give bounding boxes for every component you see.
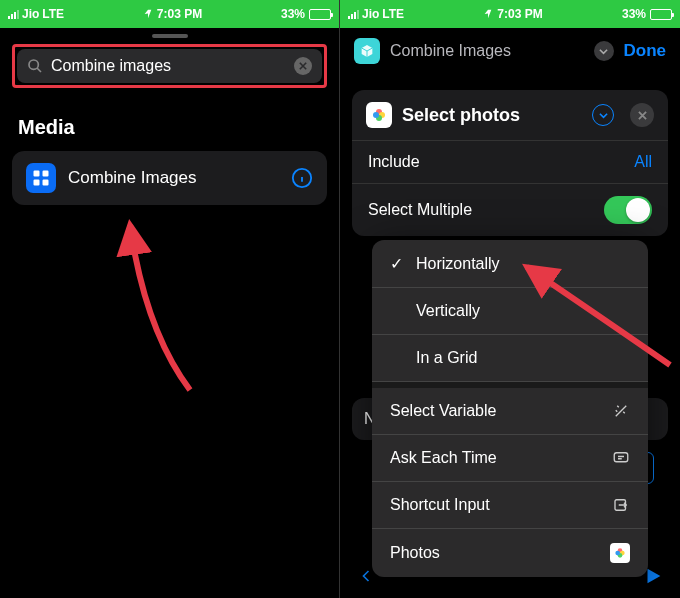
location-icon <box>143 9 153 19</box>
signal-icon <box>348 10 359 19</box>
status-bar: Jio LTE 7:03 PM 33% <box>0 0 339 28</box>
card-expand[interactable] <box>592 104 614 126</box>
menu-select-variable[interactable]: Select Variable <box>372 388 648 435</box>
svg-rect-1 <box>34 171 40 177</box>
search-bar[interactable] <box>17 49 322 83</box>
carrier-label: Jio <box>362 7 379 21</box>
svg-rect-3 <box>34 180 40 186</box>
annotation-arrow <box>90 210 210 400</box>
editor-header: Combine Images Done <box>340 28 680 74</box>
select-photos-card: Select photos Include All Select Multipl… <box>352 90 668 236</box>
input-icon <box>612 496 630 514</box>
shortcut-icon[interactable] <box>354 38 380 64</box>
svg-rect-4 <box>43 180 49 186</box>
menu-ask-each-time[interactable]: Ask Each Time <box>372 435 648 482</box>
info-icon[interactable] <box>291 167 313 189</box>
menu-photos[interactable]: Photos <box>372 529 648 577</box>
done-button[interactable]: Done <box>624 41 667 61</box>
drag-handle[interactable] <box>152 34 188 38</box>
combine-images-action[interactable]: Combine Images <box>12 151 327 205</box>
include-row[interactable]: Include All <box>352 140 668 183</box>
svg-point-16 <box>615 551 620 556</box>
left-screen: Jio LTE 7:03 PM 33% Media Combine Images <box>0 0 340 598</box>
time-label: 7:03 PM <box>157 7 202 21</box>
battery-pct: 33% <box>622 7 646 21</box>
time-label: 7:03 PM <box>497 7 542 21</box>
menu-vertically[interactable]: Vertically <box>372 288 648 335</box>
section-title: Media <box>18 116 321 139</box>
message-icon <box>612 449 630 467</box>
search-icon <box>27 58 43 74</box>
right-screen: Jio LTE 7:03 PM 33% Combine Images Done … <box>340 0 680 598</box>
location-icon <box>483 9 493 19</box>
battery-icon <box>650 9 672 20</box>
close-icon <box>638 111 647 120</box>
network-label: LTE <box>42 7 64 21</box>
battery-icon <box>309 9 331 20</box>
battery-pct: 33% <box>281 7 305 21</box>
clear-search-button[interactable] <box>294 57 312 75</box>
card-title: Select photos <box>402 105 582 126</box>
svg-rect-2 <box>43 171 49 177</box>
svg-point-10 <box>373 112 379 118</box>
carrier-label: Jio <box>22 7 39 21</box>
menu-horizontally[interactable]: ✓ Horizontally <box>372 240 648 288</box>
select-multiple-toggle[interactable] <box>604 196 652 224</box>
search-input[interactable] <box>51 57 294 75</box>
chevron-down-icon <box>599 47 608 56</box>
photos-app-icon <box>610 543 630 563</box>
card-close-button[interactable] <box>630 103 654 127</box>
header-chevron[interactable] <box>594 41 614 61</box>
magic-wand-icon <box>612 402 630 420</box>
menu-shortcut-input[interactable]: Shortcut Input <box>372 482 648 529</box>
network-label: LTE <box>382 7 404 21</box>
header-title: Combine Images <box>390 42 584 60</box>
close-icon <box>299 62 307 70</box>
chevron-down-icon <box>599 111 608 120</box>
include-value: All <box>634 153 652 171</box>
select-multiple-row: Select Multiple <box>352 183 668 236</box>
card-header: Select photos <box>352 90 668 140</box>
include-label: Include <box>368 153 420 171</box>
action-label: Combine Images <box>68 168 279 188</box>
signal-icon <box>8 10 19 19</box>
combine-images-icon <box>26 163 56 193</box>
svg-rect-11 <box>614 453 628 462</box>
menu-grid[interactable]: In a Grid <box>372 335 648 382</box>
svg-point-0 <box>29 60 38 69</box>
multiple-label: Select Multiple <box>368 201 472 219</box>
status-bar: Jio LTE 7:03 PM 33% <box>340 0 680 28</box>
photos-app-icon <box>366 102 392 128</box>
search-highlight <box>12 44 327 88</box>
check-icon: ✓ <box>390 254 404 273</box>
options-menu: ✓ Horizontally Vertically In a Grid Sele… <box>372 240 648 577</box>
